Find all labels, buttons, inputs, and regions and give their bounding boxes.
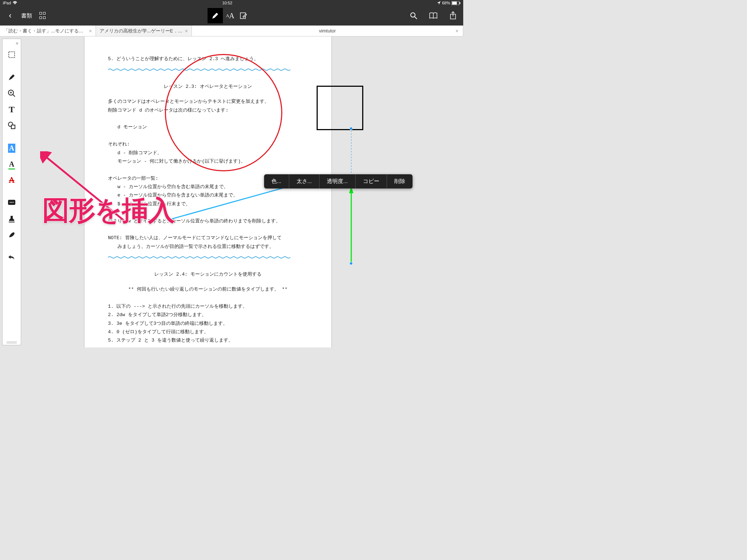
stamp-icon <box>8 215 16 223</box>
svg-rect-19 <box>9 222 15 222</box>
tab-1[interactable]: アメリカの高校生が学...ゲーリーE．クレイトン × <box>96 26 192 36</box>
tab-title: アメリカの高校生が学...ゲーリーE．クレイトン <box>100 28 183 34</box>
doc-line: 5. ステップ 2 と 3 を違う数値と使って繰り返します。 <box>108 336 308 345</box>
back-button[interactable]: ‹ <box>4 10 16 22</box>
edit-page-icon <box>239 12 247 20</box>
app-toolbar: ‹ 書類 AA <box>0 6 463 26</box>
battery-percent: 68% <box>442 1 450 5</box>
svg-line-5 <box>415 17 417 19</box>
svg-line-22 <box>167 184 298 220</box>
share-icon <box>449 11 457 20</box>
strike-a-icon: A̶ <box>9 176 14 184</box>
svg-point-17 <box>11 202 12 203</box>
highlight-a-icon: A <box>8 144 15 153</box>
doc-line: ** 何回も行いたい繰り返しのモーションの前に数値をタイプします。 ** <box>108 285 308 293</box>
overlay-caption: 図形を挿入 <box>42 192 174 229</box>
svg-rect-1 <box>452 1 457 4</box>
search-icon <box>410 12 418 20</box>
share-button[interactable] <box>447 10 459 22</box>
menu-opacity[interactable]: 透明度... <box>320 174 356 188</box>
grid-view-button[interactable] <box>37 10 49 22</box>
grid-icon <box>39 12 47 19</box>
doc-line: 1. 以下の ---> と示された行の先頭にカーソルを移動します。 <box>108 302 308 311</box>
shape-context-menu: 色... 太さ... 透明度... コピー 削除 <box>264 174 413 188</box>
small-a-icon: A <box>226 13 229 19</box>
tool-palette: × T A A A̶ <box>2 39 21 345</box>
menu-copy[interactable]: コピー <box>356 174 387 188</box>
doc-line: 3. 3e をタイプして3つ目の単語の終端に移動します。 <box>108 319 308 328</box>
undo-icon <box>8 254 16 261</box>
svg-line-12 <box>13 94 15 97</box>
black-rectangle-annotation[interactable] <box>317 86 363 130</box>
magnifier-tool[interactable] <box>4 86 19 101</box>
device-label: iPad <box>3 1 11 5</box>
large-a-icon: A <box>229 12 234 20</box>
documents-button[interactable]: 書類 <box>21 12 32 19</box>
green-arrow-annotation[interactable] <box>348 128 355 266</box>
text-tool[interactable]: T <box>4 102 19 117</box>
note-tool[interactable] <box>4 195 19 210</box>
blue-line-annotation[interactable] <box>167 184 298 220</box>
tab-2[interactable]: vimtutor × <box>192 26 463 36</box>
fountain-pen-icon <box>8 231 16 239</box>
select-tool[interactable] <box>4 47 19 62</box>
tab-title: vimtutor <box>319 28 336 34</box>
svg-point-18 <box>13 202 14 203</box>
text-size-button[interactable]: AA <box>224 10 236 22</box>
doc-line: みましょう。カーソルが目的語一覧で示される位置に移動するはずです。 <box>117 242 308 251</box>
palette-close-button[interactable]: × <box>13 40 21 46</box>
doc-line: 2. 2dw をタイプして単語2つ分移動します。 <box>108 311 308 319</box>
doc-line: NOTE: 冒険したい人は、ノーマルモードにてコマンドなしにモーションを押して <box>108 234 308 242</box>
tab-title: 「読む・書く・話す」...モノにする技術 齋藤 孝 <box>4 28 87 34</box>
marquee-icon <box>8 51 16 59</box>
clock: 10:52 <box>222 1 232 5</box>
shape-icon <box>7 121 16 130</box>
selection-handle[interactable] <box>349 127 353 130</box>
close-icon[interactable]: × <box>456 28 458 34</box>
svg-point-16 <box>10 202 11 203</box>
menu-color[interactable]: 色... <box>264 174 289 188</box>
highlighter-tool[interactable] <box>4 70 19 85</box>
tab-bar: 「読む・書く・話す」...モノにする技術 齋藤 孝 × アメリカの高校生が学..… <box>0 26 463 36</box>
magnifier-icon <box>8 89 16 97</box>
svg-rect-8 <box>9 52 15 58</box>
edit-document-button[interactable] <box>237 10 249 22</box>
book-icon <box>429 12 438 19</box>
search-button[interactable] <box>408 10 419 22</box>
annotate-mode-button[interactable] <box>208 8 223 23</box>
status-bar: iPad 10:52 68% <box>0 0 463 6</box>
tab-0[interactable]: 「読む・書く・話す」...モノにする技術 齋藤 孝 × <box>0 26 96 36</box>
signature-tool[interactable] <box>4 227 19 242</box>
close-icon[interactable]: × <box>89 28 92 34</box>
underline-tool[interactable]: A <box>4 156 19 172</box>
strikethrough-tool[interactable]: A̶ <box>4 172 19 188</box>
lesson-title: レッスン 2.4: モーションにカウントを使用する <box>108 270 308 279</box>
highlight-text-tool[interactable]: A <box>4 140 19 156</box>
svg-rect-2 <box>460 2 460 4</box>
book-button[interactable] <box>427 10 439 22</box>
shape-tool[interactable] <box>4 118 19 133</box>
location-icon <box>437 1 441 5</box>
stamp-tool[interactable] <box>4 211 19 226</box>
text-icon: T <box>9 105 15 114</box>
close-icon[interactable]: × <box>185 28 188 34</box>
selection-handle[interactable] <box>349 262 353 265</box>
doc-line: 4. 0 (ゼロ)をタイプして行頭に移動します。 <box>108 328 308 336</box>
svg-rect-14 <box>11 125 15 129</box>
highlighter-icon <box>7 73 16 82</box>
palette-grip[interactable] <box>7 341 17 343</box>
menu-thickness[interactable]: 太さ... <box>289 174 320 188</box>
battery-icon <box>452 1 460 5</box>
wave-divider <box>108 256 290 259</box>
red-circle-annotation[interactable] <box>165 54 282 171</box>
undo-button[interactable] <box>4 250 19 265</box>
wifi-icon <box>12 1 18 5</box>
menu-delete[interactable]: 削除 <box>387 174 413 188</box>
svg-point-4 <box>411 13 415 17</box>
underline-a-icon: A <box>9 160 14 168</box>
note-icon <box>8 199 16 206</box>
pencil-icon <box>211 12 219 20</box>
workspace: × T A A A̶ <box>0 36 463 347</box>
document-viewport[interactable]: 5. どういうことか理解するために、レッスン 2.3 へ進みましょう。 レッスン… <box>21 36 463 347</box>
